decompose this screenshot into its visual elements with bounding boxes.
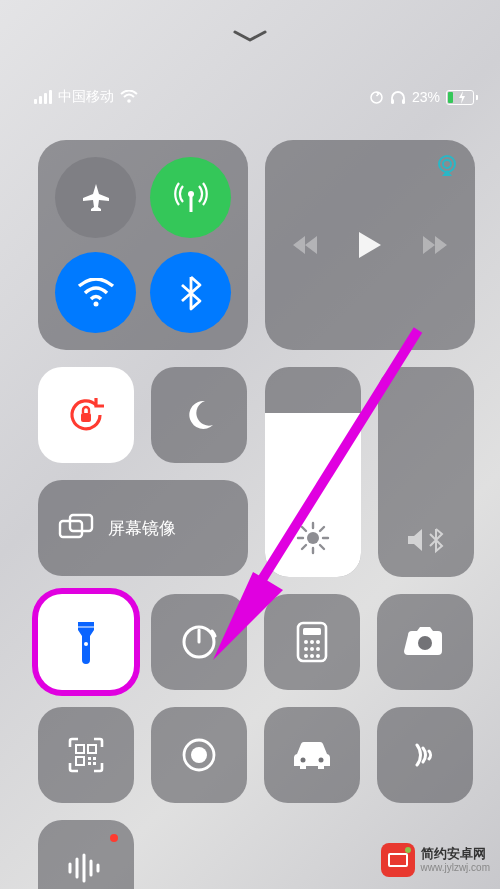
rewind-icon[interactable] [291,234,321,256]
watermark-logo-icon [381,843,415,877]
svg-rect-42 [93,762,96,765]
voice-memo-button[interactable] [38,820,134,889]
svg-rect-25 [303,628,321,635]
svg-point-44 [191,747,207,763]
svg-point-1 [371,92,382,103]
screen-record-button[interactable] [151,707,247,803]
svg-rect-37 [88,745,96,753]
cellular-data-button[interactable] [150,157,231,238]
svg-point-0 [127,99,131,103]
grabber-chevron-icon[interactable] [233,30,267,44]
airplane-mode-button[interactable] [55,157,136,238]
qr-scanner-button[interactable] [38,707,134,803]
svg-rect-21 [78,626,94,628]
headphones-icon [390,90,406,105]
svg-rect-39 [88,757,91,760]
airplay-icon[interactable] [435,154,459,178]
timer-button[interactable] [151,594,247,690]
nfc-button[interactable] [377,707,473,803]
signal-icon [34,90,52,104]
bluetooth-button[interactable] [150,252,231,333]
nfc-icon [407,737,443,773]
screen-mirroring-button[interactable]: 屏幕镜像 [38,480,248,576]
svg-line-20 [320,527,324,531]
screen-mirroring-icon [58,513,94,543]
svg-point-12 [307,532,319,544]
svg-point-35 [418,636,432,650]
sun-icon [296,521,330,555]
timer-icon [179,622,219,662]
status-bar: 中国移动 23% [0,88,500,106]
svg-line-19 [302,545,306,549]
svg-point-8 [443,160,451,168]
orientation-lock-icon [64,393,108,437]
svg-rect-5 [189,196,192,212]
camera-icon [404,625,446,659]
media-panel[interactable] [265,140,475,350]
svg-point-27 [310,640,314,644]
antenna-icon [173,180,209,216]
svg-line-18 [320,545,324,549]
calculator-button[interactable] [264,594,360,690]
battery-percent: 23% [412,89,440,105]
svg-rect-40 [93,757,96,760]
bluetooth-icon [180,275,202,311]
volume-slider[interactable] [378,367,474,577]
svg-rect-2 [391,99,394,104]
svg-point-30 [310,647,314,651]
svg-rect-41 [88,762,91,765]
watermark-url: www.jylzwj.com [421,862,490,873]
carrier-label: 中国移动 [58,88,114,106]
svg-rect-36 [76,745,84,753]
svg-point-29 [304,647,308,651]
airplane-icon [79,181,113,215]
svg-point-28 [316,640,320,644]
svg-rect-9 [81,413,91,422]
svg-point-45 [301,758,306,763]
wifi-button[interactable] [55,252,136,333]
control-center: 屏幕镜像 [38,140,477,889]
moon-icon [181,397,217,433]
calculator-icon [296,621,328,663]
watermark: 简约安卓网 www.jylzwj.com [381,843,490,877]
svg-point-22 [84,642,88,646]
waveform-icon [65,852,107,884]
carplay-button[interactable] [264,707,360,803]
svg-line-17 [302,527,306,531]
record-icon [179,735,219,775]
car-icon [290,738,334,772]
svg-point-7 [439,156,455,172]
play-icon[interactable] [357,230,383,260]
qr-icon [67,736,105,774]
orientation-lock-button[interactable] [38,367,134,463]
svg-point-6 [93,301,98,306]
svg-point-34 [316,654,320,658]
recording-dot-icon [110,834,118,842]
svg-rect-38 [76,757,84,765]
wifi-icon [120,90,138,104]
volume-bluetooth-icon [406,525,446,555]
brightness-slider[interactable] [265,367,361,577]
orientation-indicator-icon [369,90,384,105]
wifi-icon [77,278,115,308]
svg-point-46 [319,758,324,763]
svg-point-33 [310,654,314,658]
svg-rect-3 [402,99,405,104]
svg-point-32 [304,654,308,658]
camera-button[interactable] [377,594,473,690]
do-not-disturb-button[interactable] [151,367,247,463]
watermark-title: 简约安卓网 [421,847,490,861]
svg-point-26 [304,640,308,644]
flashlight-icon [74,618,98,666]
flashlight-button[interactable] [38,594,134,690]
screen-mirroring-label: 屏幕镜像 [108,517,176,540]
battery-icon [446,90,466,105]
svg-point-31 [316,647,320,651]
connectivity-panel[interactable] [38,140,248,350]
forward-icon[interactable] [419,234,449,256]
